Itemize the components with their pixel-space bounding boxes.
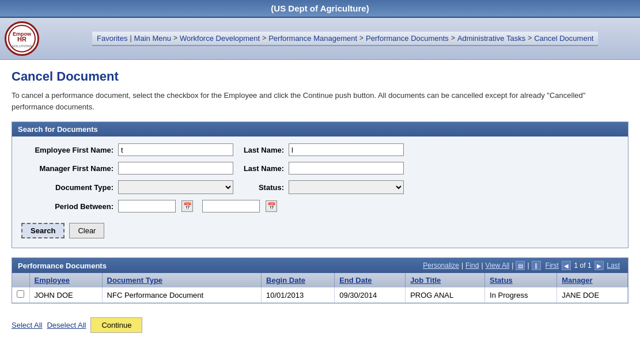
logo-area: Empow HR SOLUTIONS [0,20,92,57]
export-icon[interactable]: ▤ [516,261,525,270]
col-checkbox [12,273,29,287]
row-checkbox-cell [12,287,29,303]
prev-page-icon[interactable]: ◀ [562,261,571,270]
last-name-label-1: Last Name: [238,146,284,154]
row-checkbox[interactable] [17,290,24,298]
page-description: To cancel a performance document, select… [12,90,628,112]
period-between-label: Period Between: [21,202,113,211]
footer-actions: Select All Deselect All Continue [12,313,628,338]
employee-first-name-input[interactable] [118,143,233,156]
row-manager: JANE DOE [557,287,628,303]
manager-first-name-label: Manager First Name: [21,164,113,173]
document-type-select[interactable] [118,180,233,194]
pagination-info: First ◀ 1 of 1 ▶ Last [546,261,620,270]
col-end-date[interactable]: End Date [335,273,406,287]
employee-first-name-label: Employee First Name: [21,146,113,154]
breadcrumb-workforce[interactable]: Workforce Development [180,34,260,43]
search-panel: Search for Documents Employee First Name… [12,122,628,248]
clear-button[interactable]: Clear [69,223,104,238]
search-panel-header: Search for Documents [12,122,628,136]
deselect-all-link[interactable]: Deselect All [47,321,86,329]
sep-1: | [130,34,131,42]
header-title: (US Dept of Agriculture) [271,3,369,13]
row-end-date: 09/30/2014 [335,287,406,303]
svg-text:HR: HR [17,36,26,43]
col-status[interactable]: Status [485,273,557,287]
personalize-link[interactable]: Personalize [423,261,459,270]
row-employee: JOHN DOE [29,287,102,303]
search-row-period: Period Between: 📅 📅 [21,200,619,213]
row-status: In Progress [485,287,557,303]
grid-icon[interactable]: ‖ [532,261,541,270]
main-content: Cancel Document To cancel a performance … [0,60,640,347]
status-select[interactable] [289,180,404,194]
view-all-link[interactable]: View All [486,261,510,270]
col-job-title[interactable]: Job Title [406,273,485,287]
document-type-label: Document Type: [21,183,113,192]
search-row-manager-name: Manager First Name: Last Name: [21,162,619,175]
manager-first-name-input[interactable] [118,162,233,175]
status-label: Status: [238,183,284,192]
sep-5: > [451,34,455,42]
breadcrumb-performance-docs[interactable]: Performance Documents [366,34,449,43]
logo-svg: Empow HR SOLUTIONS [7,24,36,53]
results-panel: Performance Documents Personalize | Find… [12,257,628,304]
search-button[interactable]: Search [21,223,65,238]
breadcrumb-main-menu[interactable]: Main Menu [134,34,171,43]
col-document-type[interactable]: Document Type [102,273,262,287]
employee-last-name-input[interactable] [289,143,404,156]
period-from-input[interactable] [118,200,176,213]
row-document-type: NFC Performance Document [102,287,262,303]
col-manager[interactable]: Manager [557,273,628,287]
results-table: Employee Document Type Begin Date End Da… [12,273,628,303]
table-row: JOHN DOENFC Performance Document10/01/20… [12,287,628,303]
col-employee[interactable]: Employee [29,273,102,287]
row-job-title: PROG ANAL [406,287,485,303]
last-name-label-2: Last Name: [238,164,284,173]
row-begin-date: 10/01/2013 [262,287,335,303]
results-header-right: Personalize | Find | View All | ▤ | ‖ Fi… [423,261,622,270]
sep-6: > [528,34,532,42]
breadcrumb-admin-tasks[interactable]: Administrative Tasks [457,34,525,43]
search-row-type-status: Document Type: Status: [21,180,619,194]
select-all-link[interactable]: Select All [12,321,42,329]
breadcrumb-cancel-doc[interactable]: Cancel Document [534,34,593,43]
sep-2: > [173,34,177,42]
first-page-link[interactable]: First [546,261,559,270]
logo-circle: Empow HR SOLUTIONS [5,21,39,56]
table-header-row: Employee Document Type Begin Date End Da… [12,273,628,287]
find-link[interactable]: Find [465,261,479,270]
sep-4: > [359,34,363,42]
last-page-link[interactable]: Last [607,261,620,270]
calendar-from-icon[interactable]: 📅 [181,200,193,212]
manager-last-name-input[interactable] [289,162,404,175]
breadcrumb: Favorites | Main Menu > Workforce Develo… [92,32,598,46]
next-page-icon[interactable]: ▶ [594,261,604,270]
search-panel-body: Employee First Name: Last Name: Manager … [12,136,628,248]
results-panel-header: Performance Documents Personalize | Find… [12,258,628,273]
continue-button[interactable]: Continue [90,317,142,333]
results-title: Performance Documents [18,261,107,270]
search-buttons: Search Clear [21,218,619,241]
breadcrumb-favorites[interactable]: Favorites [97,34,127,43]
logo-nav-bar: Empow HR SOLUTIONS Favorites | Main Menu… [0,18,640,60]
col-begin-date[interactable]: Begin Date [262,273,335,287]
period-to-input[interactable] [202,200,260,213]
page-title: Cancel Document [12,69,628,84]
calendar-to-icon[interactable]: 📅 [266,200,277,212]
page-header: (US Dept of Agriculture) [0,0,640,18]
sep-3: > [262,34,266,42]
breadcrumb-performance-mgmt[interactable]: Performance Management [268,34,357,43]
svg-text:SOLUTIONS: SOLUTIONS [12,44,32,48]
search-row-employee-name: Employee First Name: Last Name: [21,143,619,156]
